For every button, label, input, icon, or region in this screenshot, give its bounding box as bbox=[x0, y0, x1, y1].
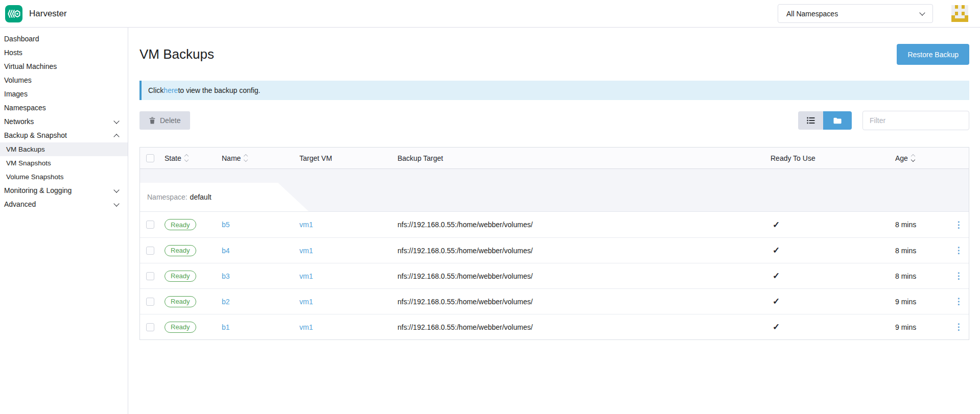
row-checkbox[interactable] bbox=[146, 221, 154, 229]
sort-icon-active bbox=[912, 155, 915, 161]
sidebar-item-hosts[interactable]: Hosts bbox=[0, 46, 128, 60]
backup-name-link[interactable]: b4 bbox=[222, 247, 230, 255]
column-header-backup-target[interactable]: Backup Target bbox=[393, 154, 766, 162]
backup-target-value: nfs://192.168.0.55:/home/webber/volumes/ bbox=[393, 221, 766, 229]
list-view-button[interactable] bbox=[798, 111, 823, 130]
sidebar: Dashboard Hosts Virtual Machines Volumes… bbox=[0, 28, 128, 414]
table-row: Ready b4 vm1 nfs://192.168.0.55:/home/we… bbox=[140, 237, 969, 263]
sidebar-item-label: Advanced bbox=[4, 200, 36, 209]
column-header-ready-to-use[interactable]: Ready To Use bbox=[766, 154, 891, 162]
sort-icon bbox=[244, 155, 247, 161]
sidebar-item-networks[interactable]: Networks bbox=[0, 115, 128, 129]
status-badge: Ready bbox=[165, 322, 196, 333]
select-all-checkbox[interactable] bbox=[146, 154, 154, 162]
status-badge: Ready bbox=[165, 271, 196, 282]
row-checkbox[interactable] bbox=[146, 298, 154, 306]
row-checkbox[interactable] bbox=[146, 247, 154, 255]
harvester-app: Harvester All Namespaces Dashboard Hosts… bbox=[0, 0, 980, 414]
status-badge: Ready bbox=[165, 219, 196, 230]
age-value: 8 mins bbox=[891, 272, 948, 280]
table-row: Ready b2 vm1 nfs://192.168.0.55:/home/we… bbox=[140, 288, 969, 314]
sidebar-item-images[interactable]: Images bbox=[0, 87, 128, 101]
sidebar-item-vm-snapshots[interactable]: VM Snapshots bbox=[0, 156, 128, 170]
sidebar-item-advanced[interactable]: Advanced bbox=[0, 198, 128, 211]
namespace-select[interactable]: All Namespaces bbox=[778, 4, 933, 23]
column-header-name[interactable]: Name bbox=[218, 154, 295, 162]
table-row: Ready b5 vm1 nfs://192.168.0.55:/home/we… bbox=[140, 212, 969, 237]
backup-name-link[interactable]: b5 bbox=[222, 221, 230, 229]
target-vm-link[interactable]: vm1 bbox=[299, 298, 313, 306]
grouped-view-button[interactable] bbox=[823, 111, 852, 130]
kebab-menu-icon[interactable]: ⋮ bbox=[951, 296, 966, 307]
check-icon: ✓ bbox=[771, 220, 780, 230]
chevron-down-icon bbox=[113, 118, 119, 124]
restore-backup-button[interactable]: Restore Backup bbox=[897, 44, 969, 65]
backup-target-value: nfs://192.168.0.55:/home/webber/volumes/ bbox=[393, 247, 766, 255]
namespace-select-value: All Namespaces bbox=[786, 10, 838, 18]
row-checkbox[interactable] bbox=[146, 323, 154, 331]
column-header-target-vm[interactable]: Target VM bbox=[295, 154, 393, 162]
backup-name-link[interactable]: b3 bbox=[222, 272, 230, 280]
kebab-menu-icon[interactable]: ⋮ bbox=[951, 322, 966, 332]
chevron-down-icon bbox=[113, 187, 119, 192]
delete-button[interactable]: Delete bbox=[139, 111, 190, 130]
vm-backups-table: State Name Target VM Backup Target Rea bbox=[139, 147, 969, 340]
backup-name-link[interactable]: b1 bbox=[222, 323, 230, 331]
column-label: Age bbox=[895, 154, 908, 162]
top-header: Harvester All Namespaces bbox=[0, 0, 980, 28]
kebab-menu-icon[interactable]: ⋮ bbox=[951, 245, 966, 256]
info-banner: Click here to view the backup config. bbox=[139, 81, 969, 100]
status-badge: Ready bbox=[165, 296, 196, 307]
sidebar-item-volume-snapshots[interactable]: Volume Snapshots bbox=[0, 170, 128, 184]
check-icon: ✓ bbox=[771, 322, 780, 332]
target-vm-link[interactable]: vm1 bbox=[299, 247, 313, 255]
column-header-state[interactable]: State bbox=[160, 154, 218, 162]
sidebar-item-volumes[interactable]: Volumes bbox=[0, 74, 128, 87]
app-name: Harvester bbox=[29, 9, 67, 19]
kebab-menu-icon[interactable]: ⋮ bbox=[951, 220, 966, 230]
target-vm-link[interactable]: vm1 bbox=[299, 323, 313, 331]
sidebar-item-virtual-machines[interactable]: Virtual Machines bbox=[0, 60, 128, 74]
harvester-logo-icon[interactable] bbox=[5, 5, 22, 22]
target-vm-link[interactable]: vm1 bbox=[299, 272, 313, 280]
sidebar-item-label: Images bbox=[4, 90, 28, 99]
table-header-row: State Name Target VM Backup Target Rea bbox=[140, 148, 969, 169]
table-row: Ready b3 vm1 nfs://192.168.0.55:/home/we… bbox=[140, 263, 969, 288]
page-title: VM Backups bbox=[139, 46, 214, 62]
backup-target-value: nfs://192.168.0.55:/home/webber/volumes/ bbox=[393, 323, 766, 331]
sidebar-item-backup-snapshot[interactable]: Backup & Snapshot bbox=[0, 129, 128, 142]
chevron-down-icon bbox=[113, 201, 119, 206]
sidebar-item-monitoring-logging[interactable]: Monitoring & Logging bbox=[0, 184, 128, 198]
delete-button-label: Delete bbox=[160, 116, 180, 125]
chevron-down-icon bbox=[919, 10, 925, 15]
column-label: Target VM bbox=[299, 154, 332, 162]
check-icon: ✓ bbox=[771, 297, 780, 306]
table-toolbar: Delete bbox=[139, 111, 969, 130]
sidebar-item-label: Dashboard bbox=[4, 35, 39, 43]
column-header-age[interactable]: Age bbox=[891, 154, 948, 162]
backup-target-value: nfs://192.168.0.55:/home/webber/volumes/ bbox=[393, 298, 766, 306]
sidebar-item-label: Volume Snapshots bbox=[6, 173, 64, 181]
banner-here-link[interactable]: here bbox=[164, 86, 178, 94]
backup-name-link[interactable]: b2 bbox=[222, 298, 230, 306]
sidebar-item-vm-backups[interactable]: VM Backups bbox=[0, 142, 128, 156]
view-toggle bbox=[798, 111, 852, 130]
group-value: default bbox=[190, 193, 212, 201]
sidebar-item-label: Networks bbox=[4, 117, 34, 126]
sidebar-item-label: VM Snapshots bbox=[6, 159, 51, 167]
sidebar-item-namespaces[interactable]: Namespaces bbox=[0, 101, 128, 115]
column-label: Ready To Use bbox=[771, 154, 815, 162]
banner-text-suffix: to view the backup config. bbox=[178, 86, 260, 94]
kebab-menu-icon[interactable]: ⋮ bbox=[951, 271, 966, 281]
age-value: 9 mins bbox=[891, 323, 948, 331]
sidebar-item-dashboard[interactable]: Dashboard bbox=[0, 32, 128, 46]
namespace-group-tab: Namespace: default bbox=[140, 183, 309, 211]
sidebar-item-label: Volumes bbox=[4, 76, 32, 85]
column-label: State bbox=[165, 154, 181, 162]
user-avatar[interactable] bbox=[951, 5, 968, 22]
check-icon: ✓ bbox=[771, 271, 780, 281]
check-icon: ✓ bbox=[771, 246, 780, 255]
filter-input[interactable] bbox=[862, 111, 969, 130]
row-checkbox[interactable] bbox=[146, 272, 154, 280]
target-vm-link[interactable]: vm1 bbox=[299, 221, 313, 229]
